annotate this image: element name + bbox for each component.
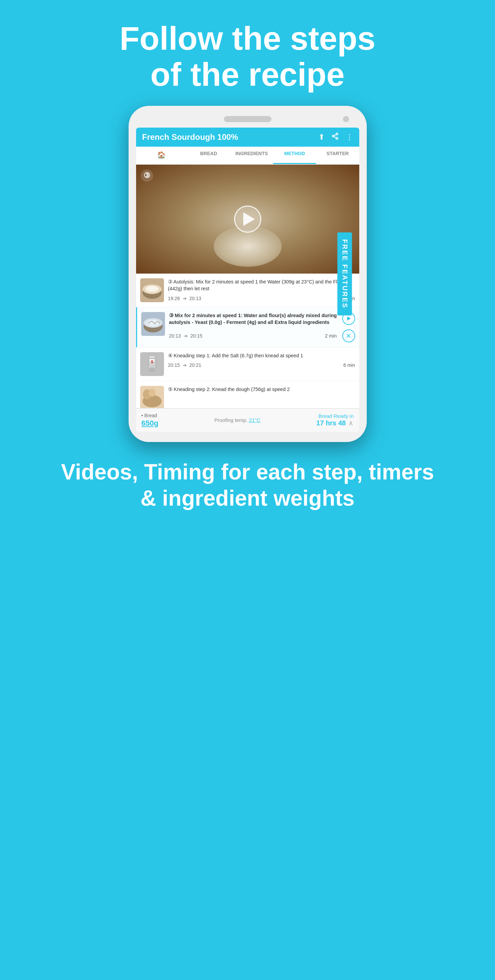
bread-label: • Bread [142, 413, 159, 418]
phone-screen: French Sourdough 100% ⬆ ⋮ 🏠 BR [136, 127, 359, 432]
phone-speaker [224, 116, 272, 122]
proofing-label: Proofing temp. [214, 417, 248, 423]
tab-bread[interactable]: BREAD [187, 147, 230, 164]
phone-body: French Sourdough 100% ⬆ ⋮ 🏠 BR [129, 106, 367, 442]
proofing-temp[interactable]: 21°C [249, 417, 261, 423]
table-row: ⑤ Kneading step 2: Knead the dough (756g… [136, 381, 359, 408]
step-thumbnail [141, 312, 165, 336]
svg-line-4 [334, 134, 336, 136]
ready-label: Bread Ready in [317, 413, 354, 419]
play-button[interactable] [234, 205, 261, 233]
step-timing: 20:15 ➜ 20:21 6 min [168, 363, 355, 368]
step-content: ③ Mix for 2 minutes at speed 1: Water an… [169, 312, 355, 342]
time-start: 19:28 [168, 296, 180, 301]
step-thumbnail [140, 386, 164, 408]
svg-point-20 [149, 368, 155, 371]
bread-info: • Bread 650g [142, 413, 159, 428]
step-content: ⑤ Kneading step 2: Knead the dough (756g… [168, 386, 355, 396]
svg-line-3 [334, 137, 336, 138]
step-description: ⑤ Kneading step 2: Knead the dough (756g… [168, 386, 355, 393]
step-thumbnail [140, 278, 164, 302]
tab-method[interactable]: METHOD [273, 147, 316, 164]
bread-weight[interactable]: 650g [142, 419, 159, 428]
close-circle-button[interactable]: ✕ [342, 329, 355, 342]
time-start: 20:13 [169, 333, 181, 339]
tab-starter[interactable]: STARTER [316, 147, 359, 164]
duration: 6 min [343, 363, 355, 368]
app-bar: French Sourdough 100% ⬆ ⋮ [136, 127, 359, 147]
hero-title: Follow the steps of the recipe [92, 0, 403, 106]
table-row: S ④ Kneading step 1: Add the Salt (6.7g)… [136, 347, 359, 381]
table-row: ③ Mix for 2 minutes at speed 1: Water an… [136, 307, 359, 347]
step-description: ③ Mix for 2 minutes at speed 1: Water an… [169, 312, 339, 326]
bottom-status-bar: • Bread 650g Proofing temp. 21°C Bread R… [136, 408, 359, 432]
time-end: 20:13 [189, 296, 201, 301]
bullet-icon: • [142, 413, 143, 418]
share-icon[interactable] [331, 132, 339, 142]
phone-top-bar [136, 116, 359, 122]
step-description: ④ Kneading step 1: Add the Salt (6.7g) t… [168, 352, 355, 359]
more-menu-icon[interactable]: ⋮ [345, 133, 353, 142]
time-start: 20:15 [168, 363, 180, 368]
svg-point-1 [332, 135, 334, 137]
svg-point-9 [146, 286, 158, 291]
step-timing: 19:28 ➜ 20:13 45 min [168, 296, 355, 301]
time-end: 20:21 [189, 363, 201, 368]
svg-point-0 [336, 133, 338, 135]
tab-home[interactable]: 🏠 [136, 147, 187, 164]
step-thumbnail: S [140, 352, 164, 376]
upload-icon[interactable]: ⬆ [318, 133, 325, 142]
arrow-icon: ➜ [183, 363, 187, 368]
svg-rect-17 [149, 356, 155, 358]
svg-point-2 [336, 137, 338, 140]
svg-marker-14 [347, 317, 351, 321]
ready-time: 17 hrs 48 [317, 419, 346, 427]
video-overlay: ③ [136, 165, 359, 274]
arrow-icon: ➜ [184, 333, 188, 339]
app-bar-icons: ⬆ ⋮ [318, 132, 353, 142]
bread-label-text: Bread [144, 413, 157, 418]
duration: 2 min [325, 333, 336, 339]
steps-list: ② Autolysis: Mix for 2 minutes at speed … [136, 274, 359, 408]
svg-text:S: S [151, 360, 153, 364]
play-icon [243, 212, 255, 226]
free-features-label: FREE FEATURES [337, 232, 352, 315]
app-title: French Sourdough 100% [142, 132, 239, 142]
step-content: ② Autolysis: Mix for 2 minutes at speed … [168, 278, 355, 301]
time-end: 20:15 [191, 333, 202, 339]
proofing-info: Proofing temp. 21°C [214, 417, 260, 423]
video-area[interactable]: ③ [136, 165, 359, 274]
chevron-up-icon[interactable]: ∧ [349, 419, 353, 427]
phone-mockup: French Sourdough 100% ⬆ ⋮ 🏠 BR [129, 106, 367, 442]
video-step-badge: ③ [141, 169, 153, 182]
arrow-icon: ➜ [183, 296, 187, 301]
footer-text: Videos, Timing for each step, timers & i… [34, 442, 461, 532]
svg-point-24 [149, 388, 156, 397]
step-content: ④ Kneading step 1: Add the Salt (6.7g) t… [168, 352, 355, 368]
table-row: ② Autolysis: Mix for 2 minutes at speed … [136, 274, 359, 307]
phone-camera [343, 116, 349, 122]
step-description: ② Autolysis: Mix for 2 minutes at speed … [168, 278, 355, 292]
ready-info: Bread Ready in 17 hrs 48 ∧ [317, 413, 354, 427]
step-timing: 20:13 ➜ 20:15 2 min ✕ [169, 329, 355, 342]
tab-bar: 🏠 BREAD INGREDIENTS METHOD STARTER [136, 147, 359, 165]
tab-ingredients[interactable]: INGREDIENTS [230, 147, 273, 164]
